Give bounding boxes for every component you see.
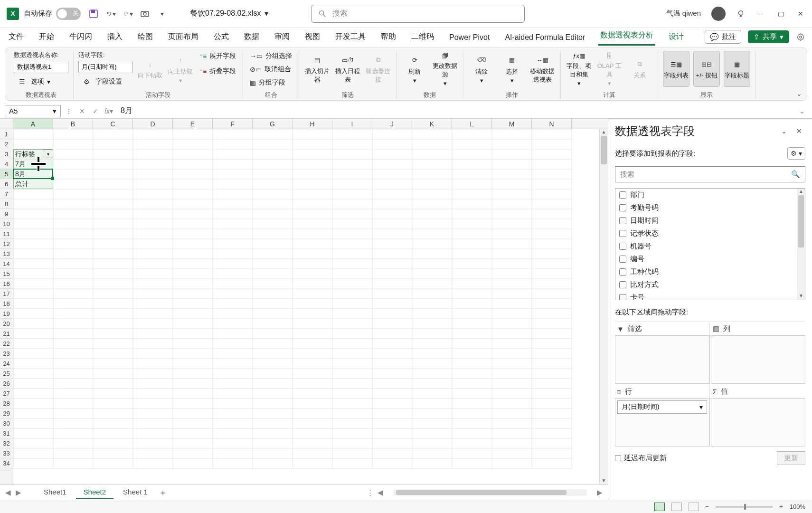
row-header-7[interactable]: 7	[0, 189, 13, 199]
sheet-menu-icon[interactable]: ⋮	[366, 488, 374, 497]
row-header-28[interactable]: 28	[0, 399, 13, 408]
pivot-options-button[interactable]: ☰ 选项 ▾	[14, 75, 68, 89]
field-checkbox-8[interactable]	[619, 294, 626, 300]
field-item-6[interactable]: 工种代码	[615, 266, 797, 278]
name-box[interactable]: A5 ▾	[5, 105, 61, 117]
tab-review[interactable]: 审阅	[273, 32, 292, 46]
tab-file[interactable]: 文件	[7, 32, 26, 46]
row-header-11[interactable]: 11	[0, 229, 13, 239]
field-item-7[interactable]: 比对方式	[615, 278, 797, 291]
redo-icon[interactable]: ▾	[123, 9, 133, 19]
row-header-4[interactable]: 4	[0, 159, 13, 169]
row-header-33[interactable]: 33	[0, 448, 13, 458]
taskpane-close-icon[interactable]: ✕	[793, 125, 805, 137]
values-area[interactable]: Σ值	[711, 385, 806, 446]
field-list-toggle[interactable]: ☰▦字段列表	[663, 51, 689, 87]
row-header-10[interactable]: 10	[0, 219, 13, 229]
clear-button[interactable]: ⌫清除▾	[468, 51, 495, 87]
field-checkbox-5[interactable]	[619, 256, 626, 263]
cell-A3[interactable]: 行标签	[13, 149, 37, 159]
row-header-16[interactable]: 16	[0, 279, 13, 289]
tab-design[interactable]: 设计	[667, 32, 686, 46]
formula-bar-more-icon[interactable]: ⋮	[64, 106, 74, 116]
user-avatar[interactable]	[711, 7, 726, 21]
fieldlist-scrollbar[interactable]: ▲ ▼	[797, 189, 805, 300]
tab-niushanshan[interactable]: 牛闪闪	[67, 32, 94, 46]
page-break-view-button[interactable]	[689, 503, 699, 511]
field-search-input[interactable]: 搜索 🔍	[615, 166, 805, 182]
column-header-A[interactable]: A	[13, 119, 53, 129]
scroll-down-arrow-icon[interactable]: ▼	[797, 293, 805, 300]
row-header-14[interactable]: 14	[0, 259, 13, 269]
ribbon-overflow-icon[interactable]	[796, 32, 805, 42]
refresh-button[interactable]: ⟳刷新▾	[401, 51, 428, 87]
row-header-34[interactable]: 34	[0, 458, 13, 468]
select-button[interactable]: ▦选择▾	[499, 51, 525, 87]
tab-draw[interactable]: 绘图	[136, 32, 155, 46]
insert-timeline-button[interactable]: ▭⏱插入日程表	[334, 51, 361, 87]
column-header-B[interactable]: B	[53, 119, 93, 129]
row-header-1[interactable]: 1	[0, 129, 13, 139]
column-header-G[interactable]: G	[253, 119, 293, 129]
row-header-30[interactable]: 30	[0, 418, 13, 428]
expand-field-button[interactable]: ⁺≡展开字段	[198, 51, 238, 61]
scroll-down-arrow-icon[interactable]: ▼	[600, 478, 608, 484]
tab-home[interactable]: 开始	[37, 32, 56, 46]
column-header-N[interactable]: N	[532, 119, 572, 129]
formula-input[interactable]: 8月	[117, 105, 794, 117]
column-header-F[interactable]: F	[213, 119, 253, 129]
lightbulb-icon[interactable]	[736, 9, 746, 19]
new-sheet-button[interactable]: ＋	[157, 487, 169, 498]
enter-formula-icon[interactable]: ✓	[90, 106, 101, 116]
filters-area[interactable]: ▼筛选	[615, 322, 710, 384]
field-checkbox-1[interactable]	[619, 204, 626, 211]
row-header-21[interactable]: 21	[0, 329, 13, 339]
search-box[interactable]: 搜索	[311, 5, 525, 23]
change-data-source-button[interactable]: 🗐更改数据源▾	[432, 51, 458, 87]
comments-button[interactable]: 💬 批注	[705, 30, 741, 44]
tab-ai-formula-editor[interactable]: AI-aided Formula Editor	[503, 33, 587, 46]
column-header-J[interactable]: J	[372, 119, 412, 129]
collapse-field-button[interactable]: ⁻≡折叠字段	[198, 66, 238, 76]
row-header-20[interactable]: 20	[0, 319, 13, 329]
scroll-up-arrow-icon[interactable]: ▲	[797, 189, 805, 195]
fields-items-sets-button[interactable]: ƒx▦字段、项目和集▾	[566, 51, 592, 87]
hscroll-right-icon[interactable]: ▶	[595, 488, 604, 497]
row-header-27[interactable]: 27	[0, 389, 13, 399]
field-item-4[interactable]: 机器号	[615, 240, 797, 253]
cancel-formula-icon[interactable]: ✕	[77, 106, 87, 116]
tab-qrcode[interactable]: 二维码	[409, 32, 436, 46]
tab-page-layout[interactable]: 页面布局	[166, 32, 200, 46]
tab-power-pivot[interactable]: Power Pivot	[447, 33, 491, 46]
row-header-13[interactable]: 13	[0, 249, 13, 259]
sheet-nav-next[interactable]: ▶	[14, 488, 23, 497]
column-header-I[interactable]: I	[332, 119, 372, 129]
scroll-up-arrow-icon[interactable]: ▲	[600, 129, 608, 136]
sheet-tab-0[interactable]: Sheet1	[36, 486, 74, 499]
move-pivottable-button[interactable]: ↔▦移动数据透视表	[529, 51, 556, 87]
column-header-H[interactable]: H	[293, 119, 332, 129]
field-checkbox-6[interactable]	[619, 268, 626, 276]
field-settings-button[interactable]: ⚙ 字段设置	[78, 75, 133, 89]
select-all-corner[interactable]	[0, 119, 13, 129]
field-item-3[interactable]: 记录状态	[615, 227, 797, 240]
row-header-24[interactable]: 24	[0, 359, 13, 369]
row-header-17[interactable]: 17	[0, 289, 13, 299]
horizontal-scrollbar[interactable]	[393, 489, 587, 496]
row-header-18[interactable]: 18	[0, 299, 13, 309]
sheet-tab-1[interactable]: Sheet2	[76, 486, 114, 499]
close-button[interactable]: ✕	[796, 9, 805, 19]
cell-A6[interactable]: 总计	[13, 179, 30, 189]
autosave-toggle[interactable]: 关	[56, 8, 81, 20]
row-header-8[interactable]: 8	[0, 199, 13, 209]
column-header-D[interactable]: D	[133, 119, 173, 129]
pivot-name-input[interactable]	[14, 61, 68, 73]
zoom-level[interactable]: 100%	[790, 503, 805, 510]
field-item-5[interactable]: 编号	[615, 253, 797, 266]
row-header-25[interactable]: 25	[0, 369, 13, 379]
row-header-29[interactable]: 29	[0, 408, 13, 418]
zoom-slider[interactable]	[716, 506, 773, 508]
row-header-23[interactable]: 23	[0, 349, 13, 359]
row-header-15[interactable]: 15	[0, 269, 13, 279]
plus-minus-buttons-toggle[interactable]: ⊞⊟+/- 按钮	[693, 51, 720, 87]
